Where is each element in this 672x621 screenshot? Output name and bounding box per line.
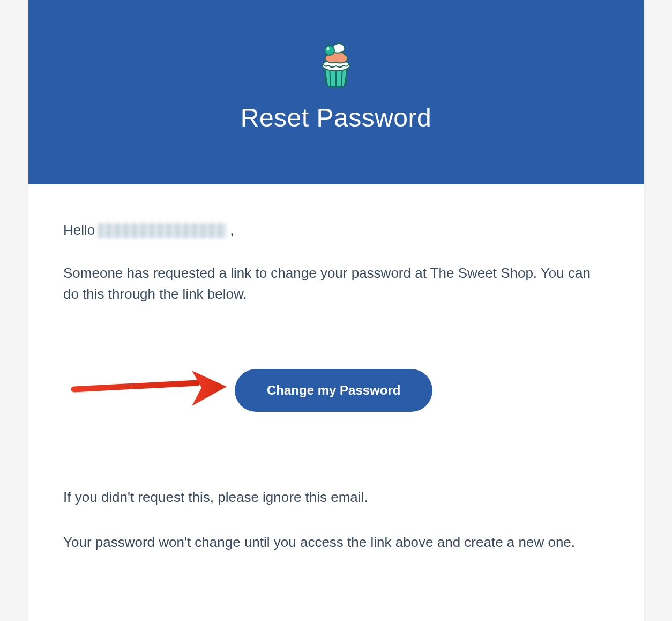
- email-container: Reset Password Hello , Someone has reque…: [28, 0, 644, 621]
- recipient-name-redacted: [98, 223, 227, 238]
- ignore-text: If you didn't request this, please ignor…: [63, 487, 609, 508]
- change-password-button[interactable]: Change my Password: [235, 369, 432, 412]
- cupcake-logo-icon: [309, 36, 363, 92]
- footer-text: Your password won't change until you acc…: [63, 532, 609, 553]
- message-text: Someone has requested a link to change y…: [63, 263, 609, 305]
- page-title: Reset Password: [241, 103, 431, 132]
- greeting-line: Hello ,: [63, 222, 609, 239]
- cta-row: Change my Password: [63, 369, 609, 412]
- email-header: Reset Password: [28, 0, 644, 184]
- greeting-suffix: ,: [230, 222, 234, 239]
- annotation-arrow-icon: [69, 365, 229, 416]
- svg-point-2: [327, 47, 330, 50]
- email-body: Hello , Someone has requested a link to …: [28, 184, 644, 621]
- svg-point-1: [325, 46, 334, 55]
- greeting-prefix: Hello: [63, 222, 95, 239]
